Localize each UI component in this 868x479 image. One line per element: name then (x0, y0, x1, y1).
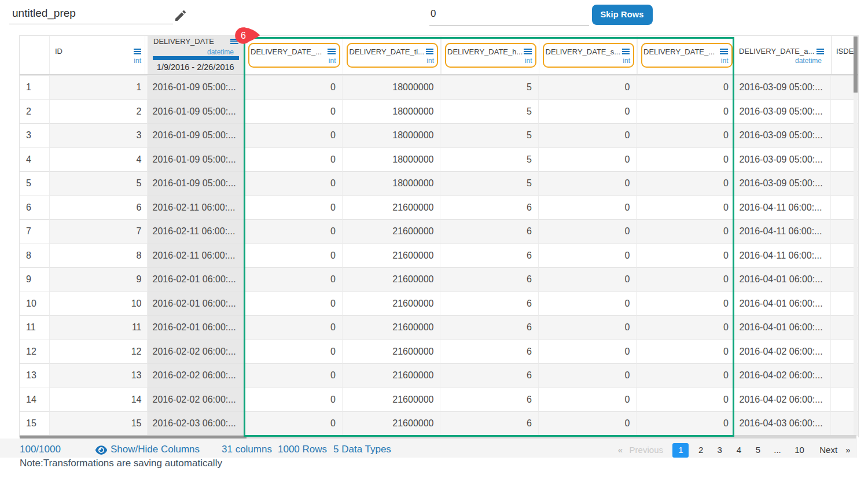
svg-text:6: 6 (241, 31, 246, 40)
